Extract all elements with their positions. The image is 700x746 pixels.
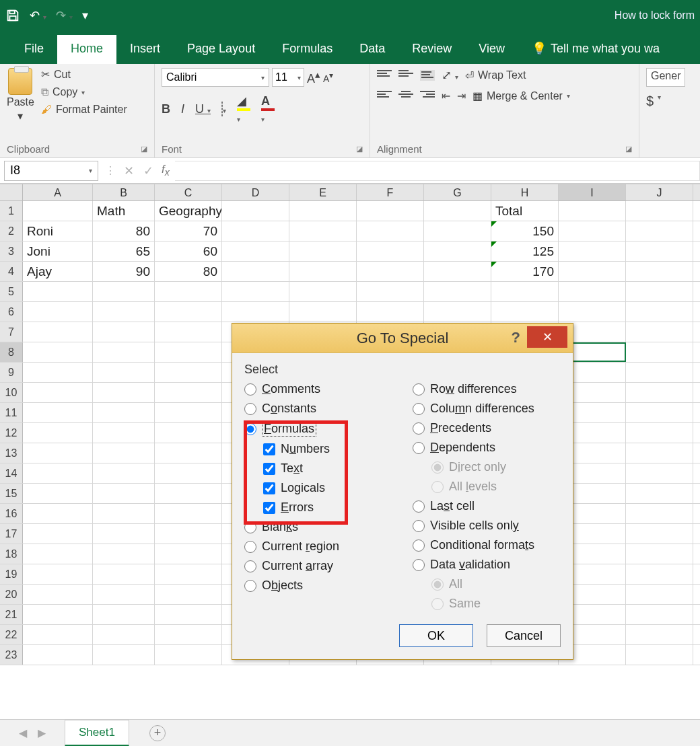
opt-cond-fmt[interactable]: Conditional formats	[413, 538, 561, 552]
align-top-icon[interactable]	[377, 70, 392, 81]
align-bottom-icon[interactable]	[420, 70, 435, 81]
chk-logicals[interactable]: Logicals	[263, 481, 392, 495]
cell[interactable]	[222, 262, 289, 281]
cell[interactable]: 125	[491, 241, 559, 261]
cell[interactable]	[289, 201, 357, 221]
cell[interactable]	[155, 625, 222, 644]
cell[interactable]	[559, 282, 626, 301]
cell[interactable]	[626, 443, 693, 463]
cell[interactable]	[424, 241, 491, 261]
cell[interactable]	[626, 201, 693, 221]
row-header[interactable]: 14	[0, 463, 23, 483]
cell[interactable]	[289, 302, 357, 322]
dialog-launcher-icon[interactable]: ◪	[356, 145, 363, 153]
row-header[interactable]: 18	[0, 544, 23, 564]
tab-insert[interactable]: Insert	[116, 35, 174, 64]
italic-button[interactable]: I	[181, 102, 184, 116]
opt-formulas[interactable]: Formulas	[244, 421, 392, 437]
align-left-icon[interactable]	[377, 91, 392, 102]
fx-icon[interactable]: fx	[159, 163, 175, 178]
cell[interactable]	[626, 524, 693, 544]
cell[interactable]	[155, 463, 222, 483]
cell[interactable]	[155, 605, 222, 624]
merge-center-button[interactable]: ▦Merge & Center ▾	[473, 89, 570, 102]
cell[interactable]	[626, 585, 693, 604]
cell[interactable]	[155, 423, 222, 443]
cell[interactable]	[559, 221, 626, 241]
cell[interactable]	[155, 322, 222, 342]
opt-dependents[interactable]: Dependents	[413, 441, 561, 455]
opt-last-cell[interactable]: Last cell	[413, 499, 561, 513]
cell[interactable]	[155, 564, 222, 584]
row-header[interactable]: 16	[0, 504, 23, 523]
name-box[interactable]: I8▾	[4, 161, 98, 181]
col-header-C[interactable]: C	[155, 184, 222, 200]
cell[interactable]	[23, 443, 93, 463]
cut-button[interactable]: ✂Cut	[41, 68, 127, 81]
opt-data-val[interactable]: Data validation	[413, 558, 561, 572]
format-painter-button[interactable]: 🖌Format Painter	[41, 104, 127, 116]
increase-indent-icon[interactable]: ⇥	[457, 89, 466, 102]
opt-col-diff[interactable]: Column differences	[413, 402, 561, 416]
cell[interactable]	[93, 645, 155, 665]
cell[interactable]	[626, 645, 693, 665]
cell[interactable]	[155, 363, 222, 382]
formula-input[interactable]	[175, 161, 700, 181]
cell[interactable]	[424, 262, 491, 281]
cancel-button[interactable]: Cancel	[487, 624, 561, 647]
paste-button[interactable]: Paste ▾	[7, 68, 34, 122]
row-header[interactable]: 5	[0, 282, 23, 301]
cell[interactable]	[626, 605, 693, 624]
grow-font-icon[interactable]: A▴	[307, 69, 320, 86]
cell[interactable]: Total	[491, 201, 559, 221]
cell[interactable]	[222, 201, 289, 221]
cell[interactable]	[222, 221, 289, 241]
cell[interactable]	[23, 585, 93, 604]
tell-me[interactable]: 💡Tell me what you wa	[518, 34, 660, 64]
cell[interactable]	[93, 463, 155, 483]
next-sheet-icon[interactable]: ▶	[32, 726, 51, 739]
cell[interactable]	[357, 262, 424, 281]
sheet-tab-1[interactable]: Sheet1	[65, 720, 129, 747]
cell[interactable]: 170	[491, 262, 559, 281]
qat-customize[interactable]: ▾	[82, 8, 88, 23]
cell[interactable]	[155, 403, 222, 422]
cell[interactable]	[23, 201, 93, 221]
tab-formulas[interactable]: Formulas	[269, 35, 346, 64]
cell[interactable]	[23, 484, 93, 503]
undo-icon[interactable]: ↶ ▾	[30, 8, 46, 23]
cell[interactable]	[357, 241, 424, 261]
prev-sheet-icon[interactable]: ◀	[13, 726, 32, 739]
font-name-combo[interactable]: Calibri▾	[162, 68, 269, 87]
cell[interactable]	[626, 241, 693, 261]
copy-button[interactable]: ⧉Copy ▾	[41, 86, 127, 98]
cell[interactable]	[289, 241, 357, 261]
cell[interactable]	[626, 262, 693, 281]
cell[interactable]	[626, 625, 693, 644]
cell[interactable]	[357, 302, 424, 322]
cell[interactable]	[357, 201, 424, 221]
row-header[interactable]: 15	[0, 484, 23, 503]
cell[interactable]	[626, 504, 693, 523]
tab-review[interactable]: Review	[398, 35, 465, 64]
cell[interactable]	[23, 524, 93, 544]
row-header[interactable]: 19	[0, 564, 23, 584]
cell[interactable]	[424, 221, 491, 241]
row-header[interactable]: 12	[0, 423, 23, 443]
col-header-H[interactable]: H	[491, 184, 559, 200]
cell[interactable]	[93, 564, 155, 584]
cell[interactable]	[559, 262, 626, 281]
row-header[interactable]: 20	[0, 585, 23, 604]
cell[interactable]	[155, 282, 222, 301]
bold-button[interactable]: B	[162, 102, 170, 116]
cell[interactable]	[23, 544, 93, 564]
cell[interactable]	[93, 423, 155, 443]
row-header[interactable]: 21	[0, 605, 23, 624]
cell[interactable]	[93, 443, 155, 463]
cell[interactable]	[93, 342, 155, 362]
row-header[interactable]: 7	[0, 322, 23, 342]
redo-icon[interactable]: ↷ ▾	[56, 8, 73, 23]
row-header[interactable]: 23	[0, 645, 23, 665]
col-header-G[interactable]: G	[424, 184, 491, 200]
row-header[interactable]: 10	[0, 383, 23, 402]
